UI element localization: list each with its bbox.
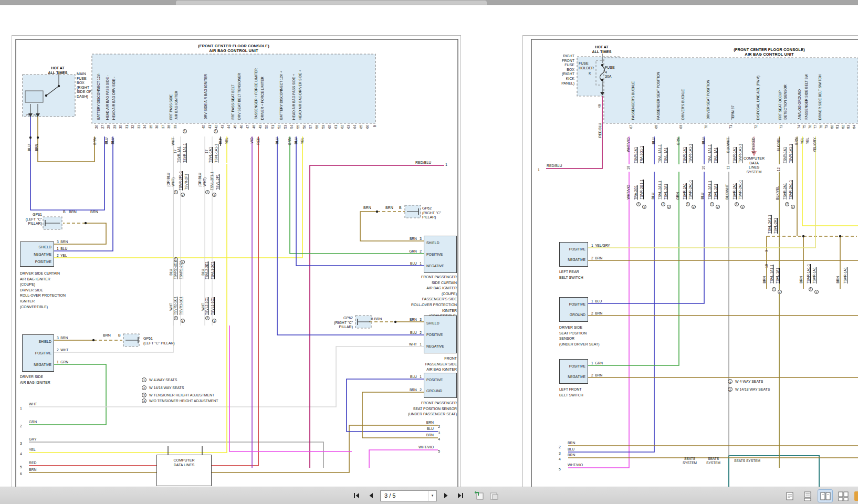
single-page-view-button[interactable] [782, 490, 797, 502]
previous-page-icon [367, 491, 375, 500]
first-page-button[interactable] [351, 490, 362, 501]
viewer-toolbar: 3 / 5 ▾ [0, 487, 858, 504]
next-view-icon [489, 491, 499, 500]
pdf-viewer-window: (FRONT CENTER FLOOR CONSOLE) AIR BAG CON… [0, 0, 858, 504]
continuous-view-button[interactable] [800, 490, 814, 502]
document-viewer[interactable]: (FRONT CENTER FLOOR CONSOLE) AIR BAG CON… [0, 5, 858, 487]
window-top-bar-highlight [176, 1, 487, 5]
last-page-icon [456, 491, 465, 500]
first-page-icon [352, 491, 361, 500]
pdf-page-left [12, 35, 461, 492]
two-page-continuous-view-icon [838, 491, 849, 501]
chevron-down-icon[interactable]: ▾ [428, 491, 436, 501]
previous-page-button[interactable] [365, 490, 377, 501]
page-number-input[interactable]: 3 / 5 ▾ [380, 490, 437, 501]
two-page-view-icon [820, 491, 831, 501]
two-page-view-button[interactable] [818, 490, 832, 502]
page-indicator: 3 / 5 [381, 492, 428, 499]
next-page-icon [442, 491, 450, 500]
previous-view-icon [474, 491, 485, 500]
continuous-view-icon [802, 491, 813, 501]
window-top-bar [0, 0, 858, 5]
single-page-view-icon [784, 491, 795, 501]
previous-view-button[interactable] [474, 490, 485, 501]
edit-tool-icon[interactable] [854, 491, 858, 501]
next-page-button[interactable] [440, 490, 452, 501]
last-page-button[interactable] [455, 490, 466, 501]
next-view-button[interactable] [488, 490, 500, 501]
two-page-continuous-view-button[interactable] [836, 490, 850, 502]
pdf-page-right [522, 35, 858, 492]
